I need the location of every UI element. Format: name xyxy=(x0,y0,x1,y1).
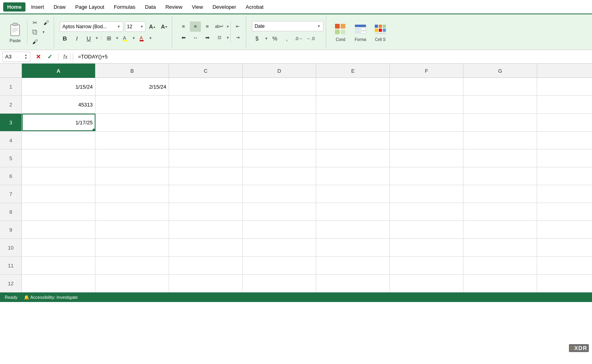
cell-f11[interactable] xyxy=(390,257,463,274)
menu-insert[interactable]: Insert xyxy=(27,2,48,12)
format-painter-button[interactable]: 🖌 xyxy=(41,18,51,27)
cell-d5[interactable] xyxy=(243,149,316,167)
cell-d12[interactable] xyxy=(243,275,316,292)
menu-data[interactable]: Data xyxy=(141,2,160,12)
align-left-button[interactable]: ⬅ xyxy=(178,33,189,43)
format-painter-small[interactable]: 🖌 xyxy=(30,37,40,46)
row-num-8[interactable]: 8 xyxy=(0,203,22,221)
cell-d4[interactable] xyxy=(243,132,316,149)
cell-f3[interactable] xyxy=(390,114,463,131)
paste-button[interactable]: Paste xyxy=(6,21,25,44)
fill-handle[interactable] xyxy=(93,129,95,131)
col-header-g[interactable]: G xyxy=(463,64,537,78)
row-num-11[interactable]: 11 xyxy=(0,257,22,274)
cell-e5[interactable] xyxy=(316,149,390,167)
merge-dropdown[interactable]: ▼ xyxy=(226,36,230,40)
cell-g10[interactable] xyxy=(463,239,537,256)
cell-b8[interactable] xyxy=(95,203,169,221)
col-header-b[interactable]: B xyxy=(95,64,169,78)
row-num-5[interactable]: 5 xyxy=(0,149,22,167)
cell-d9[interactable] xyxy=(243,221,316,238)
align-center-h-button[interactable]: ↔ xyxy=(190,33,201,43)
row-num-2[interactable]: 2 xyxy=(0,96,22,113)
menu-page-layout[interactable]: Page Layout xyxy=(71,2,108,12)
accounting-dropdown[interactable]: ▼ xyxy=(265,37,268,41)
col-header-a[interactable]: A xyxy=(22,64,95,78)
row-num-1[interactable]: 1 xyxy=(0,78,22,95)
conditional-formatting-button[interactable]: Cond xyxy=(332,21,349,43)
fill-color-button[interactable]: A xyxy=(121,34,131,43)
align-bottom-button[interactable]: ≡ xyxy=(202,21,213,32)
cell-b4[interactable] xyxy=(95,132,169,149)
row-num-12[interactable]: 12 xyxy=(0,275,22,292)
merge-button[interactable]: ⊡ xyxy=(214,33,225,43)
cell-e6[interactable] xyxy=(316,167,390,185)
cell-d1[interactable] xyxy=(243,78,316,95)
cell-g9[interactable] xyxy=(463,221,537,238)
cell-b7[interactable] xyxy=(95,185,169,203)
cell-e9[interactable] xyxy=(316,221,390,238)
increase-decimal-button[interactable]: .0→ xyxy=(294,34,304,43)
decrease-font-button[interactable]: A▼ xyxy=(159,22,169,31)
cell-g1[interactable] xyxy=(463,78,537,95)
cell-e1[interactable] xyxy=(316,78,390,95)
col-header-e[interactable]: E xyxy=(316,64,390,78)
confirm-formula-icon[interactable]: ✓ xyxy=(46,52,54,61)
cell-c6[interactable] xyxy=(169,167,243,185)
cell-e12[interactable] xyxy=(316,275,390,292)
row-num-10[interactable]: 10 xyxy=(0,239,22,256)
cell-b6[interactable] xyxy=(95,167,169,185)
cell-f10[interactable] xyxy=(390,239,463,256)
cell-d8[interactable] xyxy=(243,203,316,221)
menu-developer[interactable]: Developer xyxy=(208,2,240,12)
cell-g11[interactable] xyxy=(463,257,537,274)
cell-c1[interactable] xyxy=(169,78,243,95)
cell-c10[interactable] xyxy=(169,239,243,256)
format-as-table-button[interactable]: Forma xyxy=(352,21,369,43)
cell-g3[interactable] xyxy=(463,114,537,131)
accounting-format-button[interactable]: $ xyxy=(252,34,262,43)
cell-f6[interactable] xyxy=(390,167,463,185)
cell-g2[interactable] xyxy=(463,96,537,113)
cell-e7[interactable] xyxy=(316,185,390,203)
cell-g8[interactable] xyxy=(463,203,537,221)
wrap-text-button[interactable]: ab↵ xyxy=(214,21,225,32)
menu-view[interactable]: View xyxy=(188,2,207,12)
col-header-f[interactable]: F xyxy=(390,64,463,78)
cell-c5[interactable] xyxy=(169,149,243,167)
align-center-button[interactable]: ≡ xyxy=(190,21,201,32)
cell-g7[interactable] xyxy=(463,185,537,203)
row-num-3[interactable]: 3 xyxy=(0,114,22,131)
cell-a10[interactable] xyxy=(22,239,95,256)
bold-button[interactable]: B xyxy=(60,34,70,43)
cell-c9[interactable] xyxy=(169,221,243,238)
cell-b5[interactable] xyxy=(95,149,169,167)
menu-review[interactable]: Review xyxy=(162,2,187,12)
cell-f8[interactable] xyxy=(390,203,463,221)
cell-g5[interactable] xyxy=(463,149,537,167)
cell-f7[interactable] xyxy=(390,185,463,203)
cell-b1[interactable]: 2/15/24 xyxy=(95,78,169,95)
border-button[interactable]: ⊞ xyxy=(104,34,114,43)
cell-e2[interactable] xyxy=(316,96,390,113)
cell-f1[interactable] xyxy=(390,78,463,95)
cell-c11[interactable] xyxy=(169,257,243,274)
cell-e8[interactable] xyxy=(316,203,390,221)
cell-a2[interactable]: 45313 xyxy=(22,96,95,113)
row-num-7[interactable]: 7 xyxy=(0,185,22,203)
percent-button[interactable]: % xyxy=(270,34,280,43)
cell-g6[interactable] xyxy=(463,167,537,185)
indent-decrease-button[interactable]: ⇤ xyxy=(232,21,243,32)
row-num-6[interactable]: 6 xyxy=(0,167,22,185)
border-dropdown[interactable]: ▼ xyxy=(115,36,119,40)
underline-button[interactable]: U xyxy=(84,34,94,43)
underline-dropdown[interactable]: ▼ xyxy=(95,36,99,40)
cell-name-box[interactable]: A3 ▲ ▼ xyxy=(2,52,30,62)
cell-d6[interactable] xyxy=(243,167,316,185)
cell-b2[interactable] xyxy=(95,96,169,113)
increase-font-button[interactable]: A▲ xyxy=(147,22,158,31)
wrap-dropdown[interactable]: ▼ xyxy=(226,25,230,29)
row-num-9[interactable]: 9 xyxy=(0,221,22,238)
cell-e3[interactable] xyxy=(316,114,390,131)
cell-a8[interactable] xyxy=(22,203,95,221)
